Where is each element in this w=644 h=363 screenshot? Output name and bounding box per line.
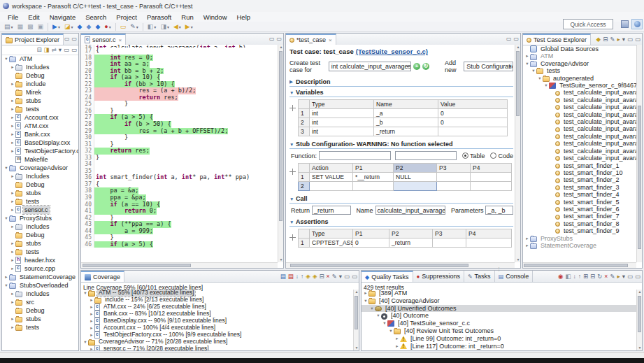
stub-configuration-table[interactable]: ActionP1P2P3P41SET VALUE*__returnNULL2	[298, 163, 512, 191]
new-button[interactable]: ▤▾	[3, 22, 15, 32]
tree-item[interactable]: ▾[40] CoverageAdvisor	[362, 297, 636, 305]
quick-access-input[interactable]: Quick Access	[563, 19, 613, 29]
scroll-up-icon[interactable]: ▲	[354, 290, 359, 294]
twisty-icon[interactable]: ▸	[10, 298, 15, 306]
tab-quality-tasks[interactable]: ◆Quality Tasks	[362, 271, 413, 282]
twisty-icon[interactable]: ▸	[10, 63, 15, 71]
twisty-icon[interactable]: ▾	[3, 214, 9, 222]
twisty-icon[interactable]: ▾	[83, 290, 88, 297]
twisty-icon[interactable]: ▾	[537, 75, 543, 82]
menu-project[interactable]: Project	[111, 13, 142, 22]
radio-table[interactable]	[462, 152, 468, 159]
menu-parasoft[interactable]: Parasoft	[142, 13, 176, 22]
code-line[interactable]: 32 return res;	[81, 148, 278, 155]
scroll-up-icon[interactable]: ▲	[278, 45, 284, 50]
code-line[interactable]: 34	[81, 161, 278, 168]
tree-item[interactable]: ▾[40] Unverified Outcomes	[362, 305, 636, 313]
annotate-button[interactable]: ✎▾	[129, 22, 140, 32]
tree-item[interactable]: test_calculate_input_avarages_4	[523, 118, 636, 125]
twisty-icon[interactable]: ▸	[10, 130, 15, 138]
column-header[interactable]: Name	[374, 100, 438, 109]
table-cell[interactable]: 0	[438, 109, 508, 118]
generate-test-case-icon[interactable]: ↻	[422, 63, 429, 70]
column-header[interactable]: Type	[310, 100, 374, 109]
filters-icon[interactable]: ◨	[44, 47, 50, 53]
parameters-input[interactable]: _a, _b	[485, 206, 513, 215]
test-recent-button[interactable]: ◆	[85, 22, 92, 32]
scroll-down-icon[interactable]: ▼	[637, 346, 643, 350]
column-header[interactable]: P2	[394, 164, 437, 173]
tree-item[interactable]: Debug	[2, 231, 78, 239]
coverage-vertical-scrollbar[interactable]: ▲ ▼	[353, 290, 359, 350]
tree-item[interactable]: ▾CoverageAdvisor	[523, 60, 636, 67]
table-cell[interactable]	[466, 239, 512, 248]
tree-item[interactable]: ▸[Line 99] Outcome: int _return=0	[362, 335, 636, 343]
tree-item[interactable]: ▸[389] ATM	[362, 290, 636, 297]
twisty-icon[interactable]: ▸	[10, 172, 15, 180]
twisty-icon[interactable]: ▾	[531, 67, 536, 74]
table-cell[interactable]	[471, 173, 512, 182]
tree-item[interactable]: Debug	[2, 71, 78, 80]
close-icon[interactable]: ×	[329, 37, 332, 43]
column-header[interactable]: P3	[437, 164, 471, 173]
tree-item[interactable]: Debug	[2, 180, 78, 189]
table-cell[interactable]: 1	[299, 109, 310, 118]
tree-item[interactable]: Debug	[2, 306, 78, 315]
table-row[interactable]: 1SET VALUE*__returnNULL	[299, 173, 512, 182]
tree-item[interactable]: ▸ProxyStubs	[523, 235, 636, 242]
scrollbar-thumb[interactable]	[638, 106, 641, 249]
tree-item[interactable]: ▾autogenerated	[523, 75, 636, 82]
editor-vertical-scrollbar[interactable]: ▲ ▼	[278, 45, 283, 262]
tce-vertical-scrollbar[interactable]	[636, 45, 642, 262]
table-cell[interactable]: 2	[299, 182, 310, 191]
test-suite-link[interactable]: (TestSuite_sensor_c.c)	[356, 48, 428, 55]
twisty-icon[interactable]: ▸	[10, 197, 15, 206]
column-header[interactable]: P2	[389, 229, 433, 239]
refresh-icon[interactable]: ↻	[597, 273, 602, 280]
tree-item[interactable]: ▸Includes	[2, 172, 78, 180]
twisty-icon[interactable]: ▸	[10, 256, 15, 264]
tree-item[interactable]: ▾TestSuite_sensor_c_9f8467f9	[523, 82, 636, 89]
scrollbar-thumb[interactable]	[524, 264, 628, 267]
minimize-icon[interactable]: ▭	[64, 47, 69, 53]
tree-item[interactable]: test_calculate_input_avarages_2	[523, 104, 636, 111]
scroll-down-icon[interactable]: ▼	[354, 346, 359, 350]
twisty-icon[interactable]: ▸	[10, 113, 15, 122]
table-row[interactable]: 2	[299, 182, 512, 191]
table-row[interactable]: 1CPPTEST_ASSER0_return	[299, 239, 512, 248]
column-header[interactable]: P4	[471, 164, 512, 173]
twisty-icon[interactable]: ▸	[363, 290, 368, 297]
maximize-icon[interactable]: ▭	[635, 273, 641, 280]
twisty-icon[interactable]: ▾	[382, 320, 387, 327]
save-all-button[interactable]: ▩	[26, 22, 35, 32]
tree-item[interactable]: ▸StatementCoverage	[523, 242, 636, 249]
twisty-icon[interactable]: ▸	[10, 315, 15, 323]
menu-edit[interactable]: Edit	[23, 13, 44, 22]
form-horizontal-scrollbar[interactable]	[286, 262, 515, 268]
view-menu-icon[interactable]: ▾	[622, 273, 625, 280]
twisty-icon[interactable]: ▾	[375, 312, 381, 320]
tree-item[interactable]: ▾[40] TestSuite_sensor_c.c	[362, 320, 636, 327]
twisty-icon[interactable]: ▸	[10, 147, 15, 155]
next-task-icon[interactable]: ▸	[617, 36, 620, 43]
tree-item[interactable]: ▸Bank.cxx	[2, 130, 78, 138]
scrollbar-thumb[interactable]	[290, 264, 468, 267]
collapse-all-icon[interactable]: ⊟	[319, 273, 324, 280]
table-cell[interactable]: *__return	[353, 173, 394, 182]
tree-item[interactable]: ▸BaseDisplay.cxx	[2, 138, 78, 147]
menu-file[interactable]: File	[3, 13, 23, 22]
tab-suppressions[interactable]: ●Suppressions	[413, 271, 464, 282]
twisty-icon[interactable]: ▸	[89, 318, 94, 325]
function-input-2[interactable]	[395, 151, 457, 160]
tree-item[interactable]: ▸header.hxx	[2, 256, 78, 264]
function-input[interactable]	[319, 151, 391, 160]
menu-window[interactable]: Window	[199, 13, 232, 22]
link-gold2-icon[interactable]: ◈	[313, 273, 317, 280]
twisty-icon[interactable]: ▸	[10, 222, 15, 231]
tree-item[interactable]: ▸TestObjectFactory.cxx	[2, 147, 78, 155]
search-button[interactable]: ◨▾	[159, 22, 171, 32]
scroll-up-icon[interactable]: ▲	[637, 290, 643, 294]
twisty-icon[interactable]: ▸	[89, 297, 94, 304]
tree-item[interactable]: ▸tests	[2, 105, 78, 113]
tab-tasks[interactable]: ✎Tasks	[464, 271, 495, 282]
